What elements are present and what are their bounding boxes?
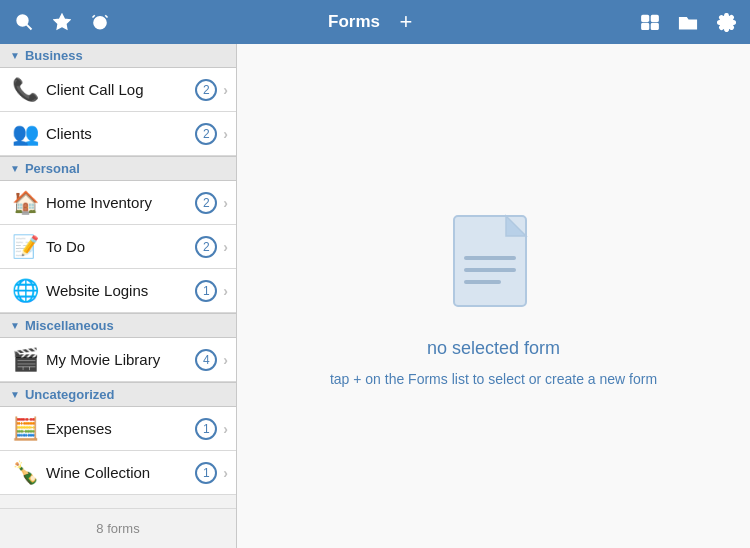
to-do-badge: 2: [195, 236, 217, 258]
sidebar-item-client-call-log[interactable]: 📞 Client Call Log 2 ›: [0, 68, 236, 112]
my-movie-library-chevron: ›: [223, 352, 228, 368]
navbar-title: Forms: [328, 12, 380, 32]
grid-button[interactable]: [634, 6, 666, 38]
clients-icon: 👥: [10, 119, 40, 149]
wine-collection-chevron: ›: [223, 465, 228, 481]
expenses-icon: 🧮: [10, 414, 40, 444]
home-inventory-chevron: ›: [223, 195, 228, 211]
sidebar-item-clients[interactable]: 👥 Clients 2 ›: [0, 112, 236, 156]
main-content: ▼ Business 📞 Client Call Log 2 › 👥 Clien…: [0, 44, 750, 548]
section-header-uncategorized: ▼ Uncategorized: [0, 382, 236, 407]
svg-rect-7: [652, 16, 658, 22]
alarm-button[interactable]: [84, 6, 116, 38]
client-call-log-chevron: ›: [223, 82, 228, 98]
website-logins-label: Website Logins: [46, 282, 195, 299]
section-header-business: ▼ Business: [0, 44, 236, 68]
clients-label: Clients: [46, 125, 195, 142]
svg-point-0: [17, 15, 28, 26]
my-movie-library-label: My Movie Library: [46, 351, 195, 368]
expenses-label: Expenses: [46, 420, 195, 437]
svg-marker-2: [55, 15, 70, 29]
expenses-chevron: ›: [223, 421, 228, 437]
chevron-miscellaneous: ▼: [10, 320, 20, 331]
sidebar-item-wine-collection[interactable]: 🍾 Wine Collection 1 ›: [0, 451, 236, 495]
star-button[interactable]: [46, 6, 78, 38]
clients-badge: 2: [195, 123, 217, 145]
website-logins-badge: 1: [195, 280, 217, 302]
svg-rect-8: [642, 24, 648, 30]
detail-pane: no selected form tap + on the Forms list…: [237, 44, 750, 548]
svg-rect-6: [642, 16, 648, 22]
clients-chevron: ›: [223, 126, 228, 142]
website-logins-chevron: ›: [223, 283, 228, 299]
to-do-chevron: ›: [223, 239, 228, 255]
no-form-title: no selected form: [427, 338, 560, 359]
wine-collection-badge: 1: [195, 462, 217, 484]
wine-collection-label: Wine Collection: [46, 464, 195, 481]
to-do-icon: 📝: [10, 232, 40, 262]
wine-collection-icon: 🍾: [10, 458, 40, 488]
client-call-log-label: Client Call Log: [46, 81, 195, 98]
sidebar-item-my-movie-library[interactable]: 🎬 My Movie Library 4 ›: [0, 338, 236, 382]
folder-button[interactable]: [672, 6, 704, 38]
navbar: Forms +: [0, 0, 750, 44]
chevron-uncategorized: ▼: [10, 389, 20, 400]
sidebar: ▼ Business 📞 Client Call Log 2 › 👥 Clien…: [0, 44, 237, 548]
expenses-badge: 1: [195, 418, 217, 440]
section-header-personal: ▼ Personal: [0, 156, 236, 181]
settings-button[interactable]: [710, 6, 742, 38]
my-movie-library-badge: 4: [195, 349, 217, 371]
sidebar-item-home-inventory[interactable]: 🏠 Home Inventory 2 ›: [0, 181, 236, 225]
no-form-subtitle: tap + on the Forms list to select or cre…: [330, 371, 657, 387]
no-form-icon: [444, 206, 544, 326]
home-inventory-badge: 2: [195, 192, 217, 214]
sidebar-item-to-do[interactable]: 📝 To Do 2 ›: [0, 225, 236, 269]
sidebar-footer: 8 forms: [0, 508, 236, 548]
sidebar-item-expenses[interactable]: 🧮 Expenses 1 ›: [0, 407, 236, 451]
svg-line-4: [93, 15, 95, 17]
client-call-log-badge: 2: [195, 79, 217, 101]
home-inventory-icon: 🏠: [10, 188, 40, 218]
svg-line-1: [27, 25, 32, 30]
chevron-business: ▼: [10, 50, 20, 61]
client-call-log-icon: 📞: [10, 75, 40, 105]
section-header-miscellaneous: ▼ Miscellaneous: [0, 313, 236, 338]
search-button[interactable]: [8, 6, 40, 38]
my-movie-library-icon: 🎬: [10, 345, 40, 375]
svg-line-5: [105, 15, 107, 17]
chevron-personal: ▼: [10, 163, 20, 174]
svg-rect-9: [652, 24, 658, 30]
to-do-label: To Do: [46, 238, 195, 255]
home-inventory-label: Home Inventory: [46, 194, 195, 211]
website-logins-icon: 🌐: [10, 276, 40, 306]
sidebar-item-website-logins[interactable]: 🌐 Website Logins 1 ›: [0, 269, 236, 313]
add-button[interactable]: +: [390, 6, 422, 38]
